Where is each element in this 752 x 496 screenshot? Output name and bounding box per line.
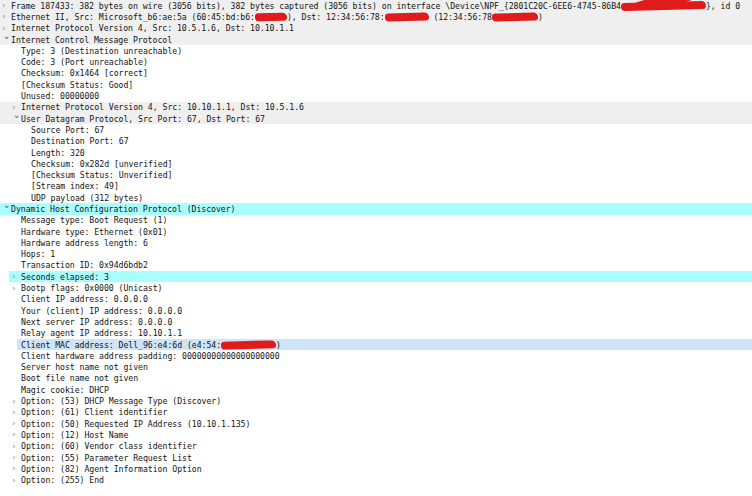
- chevron-right-icon[interactable]: ›: [12, 419, 21, 428]
- tree-row[interactable]: Source Port: 67: [0, 124, 752, 135]
- tree-row-label: Transaction ID: 0x94d6bdb2: [21, 260, 148, 270]
- tree-row-label: Client MAC address: Dell_96:e4:6d (e4:54…: [21, 340, 281, 350]
- tree-row[interactable]: Magic cookie: DHCP: [0, 384, 752, 395]
- tree-row-text: Magic cookie: DHCP: [21, 385, 109, 395]
- tree-row[interactable]: ›Option: (82) Agent Information Option: [0, 463, 752, 474]
- chevron-right-icon[interactable]: ›: [2, 12, 11, 21]
- tree-row[interactable]: ›Option: (55) Parameter Request List: [0, 452, 752, 463]
- chevron-down-icon[interactable]: ›: [12, 115, 21, 124]
- tree-row-label: [Checksum Status: Unverified]: [31, 170, 173, 180]
- chevron-right-icon[interactable]: ›: [2, 1, 11, 10]
- tree-row[interactable]: Destination Port: 67: [0, 136, 752, 147]
- tree-row[interactable]: Hops: 1: [0, 249, 752, 260]
- chevron-right-icon[interactable]: ›: [12, 284, 21, 293]
- tree-row-label: Option: (82) Agent Information Option: [21, 464, 202, 474]
- tree-row[interactable]: ›Option: (60) Vendor class identifier: [0, 441, 752, 452]
- tree-row[interactable]: ›Frame 187433: 382 bytes on wire (3056 b…: [0, 0, 752, 11]
- tree-row[interactable]: Checksum: 0x282d [unverified]: [0, 158, 752, 169]
- chevron-right-icon[interactable]: ›: [12, 272, 21, 281]
- chevron-right-icon[interactable]: ›: [12, 408, 21, 417]
- tree-row[interactable]: ›Option: (12) Host Name: [0, 429, 752, 440]
- tree-row[interactable]: Client IP address: 0.0.0.0: [0, 294, 752, 305]
- tree-row-label: Dynamic Host Configuration Protocol (Dis…: [11, 204, 235, 214]
- tree-row[interactable]: Length: 320: [0, 147, 752, 158]
- tree-row-label: Relay agent IP address: 10.10.1.1: [21, 328, 182, 338]
- tree-row-text: Hardware type: Ethernet (0x01): [21, 227, 167, 237]
- tree-row[interactable]: ›Option: (50) Requested IP Address (10.1…: [0, 418, 752, 429]
- chevron-right-icon[interactable]: ›: [12, 453, 21, 462]
- tree-row-text: [Checksum Status: Good]: [21, 80, 133, 90]
- tree-row-label: Hardware address length: 6: [21, 238, 148, 248]
- tree-row-label: Client IP address: 0.0.0.0: [21, 294, 148, 304]
- tree-row[interactable]: Server host name not given: [0, 362, 752, 373]
- chevron-right-icon[interactable]: ›: [2, 24, 11, 33]
- tree-row[interactable]: ›Dynamic Host Configuration Protocol (Di…: [0, 203, 752, 214]
- tree-row-label: Ethernet II, Src: Microsoft_b6:ae:5a (60…: [11, 12, 543, 22]
- tree-row[interactable]: Checksum: 0x1464 [correct]: [0, 68, 752, 79]
- tree-row[interactable]: Message type: Boot Request (1): [0, 215, 752, 226]
- chevron-down-icon[interactable]: ›: [2, 36, 11, 45]
- tree-row-text: Frame 187433: 382 bytes on wire (3056 bi…: [11, 1, 621, 11]
- tree-row[interactable]: ›Internet Control Message Protocol: [0, 34, 752, 45]
- tree-row[interactable]: Boot file name not given: [0, 373, 752, 384]
- chevron-right-icon[interactable]: ›: [12, 442, 21, 451]
- tree-row-label: Message type: Boot Request (1): [21, 215, 167, 225]
- tree-row-label: UDP payload (312 bytes): [31, 193, 143, 203]
- tree-row-text: Next server IP address: 0.0.0.0: [21, 317, 172, 327]
- tree-row-text: Server host name not given: [21, 362, 148, 372]
- tree-row-text: Bootp flags: 0x0000 (Unicast): [21, 283, 163, 293]
- tree-row[interactable]: Hardware address length: 6: [0, 237, 752, 248]
- tree-row[interactable]: ›Internet Protocol Version 4, Src: 10.10…: [0, 102, 752, 113]
- chevron-down-icon[interactable]: ›: [2, 205, 11, 214]
- chevron-right-icon[interactable]: ›: [12, 430, 21, 439]
- tree-row-label: Option: (12) Host Name: [21, 430, 128, 440]
- tree-row-label: Bootp flags: 0x0000 (Unicast): [21, 283, 163, 293]
- tree-row[interactable]: [Stream index: 49]: [0, 181, 752, 192]
- tree-row[interactable]: Your (client) IP address: 0.0.0.0: [0, 305, 752, 316]
- tree-row[interactable]: ›Option: (255) End: [0, 474, 752, 485]
- tree-row[interactable]: Hardware type: Ethernet (0x01): [0, 226, 752, 237]
- tree-row[interactable]: Client hardware address padding: 0000000…: [0, 350, 752, 361]
- tree-row[interactable]: UDP payload (312 bytes): [0, 192, 752, 203]
- tree-row-text: Option: (60) Vendor class identifier: [21, 441, 197, 451]
- tree-row[interactable]: Next server IP address: 0.0.0.0: [0, 316, 752, 327]
- tree-row[interactable]: Relay agent IP address: 10.10.1.1: [0, 328, 752, 339]
- tree-row-text: Ethernet II, Src: Microsoft_b6:ae:5a (60…: [11, 12, 255, 22]
- tree-row-text: ): [276, 340, 281, 350]
- tree-row[interactable]: Code: 3 (Port unreachable): [0, 56, 752, 67]
- tree-row-text: Boot file name not given: [21, 373, 138, 383]
- tree-row-label: Source Port: 67: [31, 125, 104, 135]
- tree-row[interactable]: ›Seconds elapsed: 3: [0, 271, 752, 282]
- tree-row-text: Destination Port: 67: [31, 136, 129, 146]
- chevron-right-icon[interactable]: ›: [12, 464, 21, 473]
- tree-row-text: ): [538, 12, 543, 22]
- tree-row[interactable]: Client MAC address: Dell_96:e4:6d (e4:54…: [0, 339, 752, 350]
- tree-row-text: Your (client) IP address: 0.0.0.0: [21, 306, 182, 316]
- tree-row-label: Your (client) IP address: 0.0.0.0: [21, 306, 182, 316]
- tree-row[interactable]: ›User Datagram Protocol, Src Port: 67, D…: [0, 113, 752, 124]
- tree-row[interactable]: [Checksum Status: Unverified]: [0, 169, 752, 180]
- tree-row-label: Internet Protocol Version 4, Src: 10.5.1…: [11, 23, 294, 33]
- tree-row-text: Checksum: 0x282d [unverified]: [31, 159, 173, 169]
- tree-row-label: Server host name not given: [21, 362, 148, 372]
- chevron-right-icon[interactable]: ›: [12, 103, 21, 112]
- tree-row-text: User Datagram Protocol, Src Port: 67, Ds…: [21, 114, 265, 124]
- tree-row-text: [Stream index: 49]: [31, 181, 119, 191]
- tree-row-text: Option: (61) Client identifier: [21, 407, 167, 417]
- tree-row[interactable]: ›Option: (61) Client identifier: [0, 407, 752, 418]
- tree-row-label: Checksum: 0x1464 [correct]: [21, 68, 148, 78]
- chevron-right-icon[interactable]: ›: [12, 476, 21, 485]
- tree-row-label: Option: (50) Requested IP Address (10.10…: [21, 419, 250, 429]
- chevron-right-icon[interactable]: ›: [12, 397, 21, 406]
- tree-row[interactable]: Unused: 00000000: [0, 90, 752, 101]
- tree-row[interactable]: ›Ethernet II, Src: Microsoft_b6:ae:5a (6…: [0, 11, 752, 22]
- tree-row[interactable]: Transaction ID: 0x94d6bdb2: [0, 260, 752, 271]
- tree-row[interactable]: ›Internet Protocol Version 4, Src: 10.5.…: [0, 23, 752, 34]
- tree-row[interactable]: ›Bootp flags: 0x0000 (Unicast): [0, 282, 752, 293]
- tree-row-label: Hops: 1: [21, 249, 55, 259]
- tree-row[interactable]: Type: 3 (Destination unreachable): [0, 45, 752, 56]
- tree-row[interactable]: [Checksum Status: Good]: [0, 79, 752, 90]
- tree-row[interactable]: ›Option: (53) DHCP Message Type (Discove…: [0, 395, 752, 406]
- tree-row-text: }, id 0: [706, 1, 740, 11]
- tree-row-label: [Checksum Status: Good]: [21, 80, 133, 90]
